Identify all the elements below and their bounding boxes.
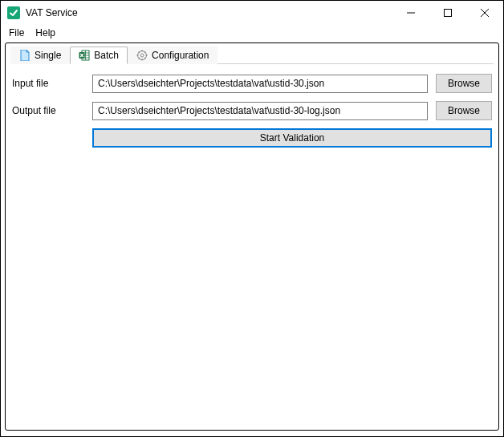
input-file-label: Input file xyxy=(12,78,92,89)
input-file-field[interactable] xyxy=(92,75,428,93)
tab-batch-label: Batch xyxy=(94,50,119,61)
maximize-button[interactable] xyxy=(429,1,466,25)
svg-rect-2 xyxy=(445,10,452,17)
output-file-browse-button[interactable]: Browse xyxy=(436,101,492,120)
tab-batch[interactable]: Batch xyxy=(70,47,128,64)
titlebar: VAT Service xyxy=(1,1,503,25)
row-output-file: Output file Browse xyxy=(12,101,492,120)
menubar: File Help xyxy=(1,25,503,42)
minimize-button[interactable] xyxy=(392,1,429,25)
window-title: VAT Service xyxy=(26,7,392,18)
svg-line-20 xyxy=(139,58,140,59)
file-icon xyxy=(19,50,30,61)
tab-single[interactable]: Single xyxy=(10,47,70,64)
start-row-spacer xyxy=(12,128,92,148)
menu-help[interactable]: Help xyxy=(35,27,55,38)
output-file-field[interactable] xyxy=(92,102,428,120)
start-validation-button[interactable]: Start Validation xyxy=(92,128,492,148)
app-icon xyxy=(7,6,20,19)
svg-point-12 xyxy=(140,54,144,57)
svg-rect-0 xyxy=(7,6,20,19)
excel-icon xyxy=(79,50,90,61)
tab-configuration-label: Configuration xyxy=(152,50,209,61)
svg-line-17 xyxy=(139,52,140,53)
gear-icon xyxy=(136,50,148,61)
tab-single-label: Single xyxy=(35,50,61,61)
menu-file[interactable]: File xyxy=(9,27,24,38)
tabstrip: Single Batch xyxy=(10,47,494,64)
row-start: Start Validation xyxy=(12,128,492,148)
output-file-label: Output file xyxy=(12,105,92,116)
svg-line-18 xyxy=(144,58,145,59)
batch-form: Input file Browse Output file Browse Sta… xyxy=(10,64,494,154)
close-button[interactable] xyxy=(466,1,503,25)
window-controls xyxy=(392,1,503,25)
row-input-file: Input file Browse xyxy=(12,74,492,93)
input-file-browse-button[interactable]: Browse xyxy=(436,74,492,93)
tab-configuration[interactable]: Configuration xyxy=(128,47,217,64)
client-area: Single Batch xyxy=(5,42,499,431)
svg-line-19 xyxy=(144,52,145,53)
